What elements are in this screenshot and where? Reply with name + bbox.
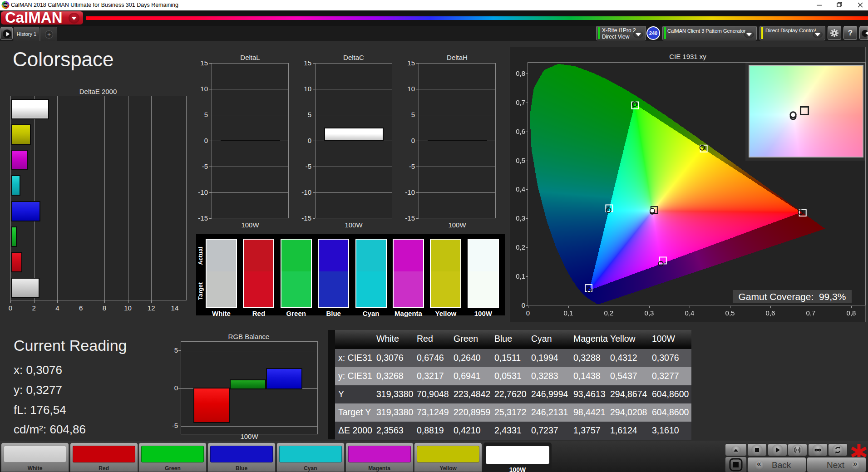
svg-text:CM: CM bbox=[3, 4, 7, 6]
